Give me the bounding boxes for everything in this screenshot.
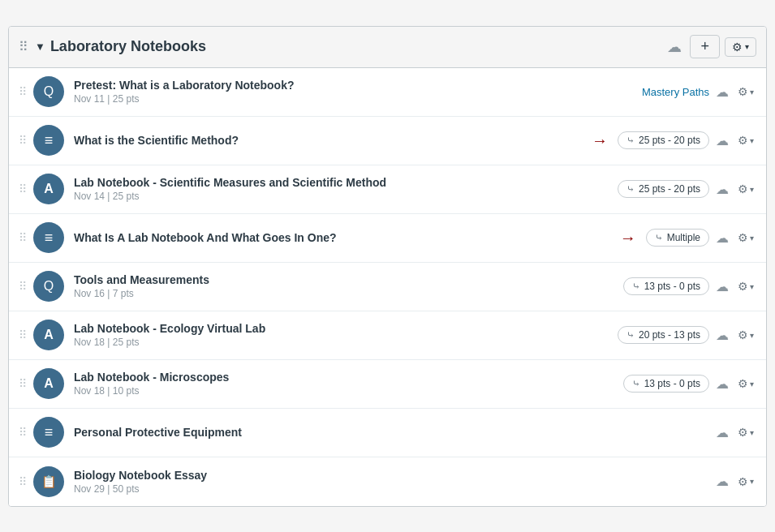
gear-icon: ⚙: [738, 182, 748, 195]
item-info: What is the Scientific Method?: [74, 134, 592, 147]
cloud-icon: ☁: [716, 474, 729, 489]
points-value: 20 pts - 13 pts: [639, 329, 700, 341]
item-info: Biology Notebook Essay Nov 29 | 50 pts: [74, 469, 716, 495]
module-header: ⠿ ▼ Laboratory Notebooks ☁ + ⚙ ▾: [9, 27, 766, 68]
item-info: Pretest: What is a Laboratory Notebook? …: [74, 79, 642, 105]
module-container: ⠿ ▼ Laboratory Notebooks ☁ + ⚙ ▾ ⠿ Q Pre…: [8, 26, 767, 507]
item-drag-handle[interactable]: ⠿: [19, 426, 27, 439]
chevron-icon: ▾: [750, 88, 754, 97]
cloud-icon: ☁: [716, 328, 729, 343]
item-info: Tools and Measurements Nov 16 | 7 pts: [74, 273, 623, 299]
points-badge: ⤷ 25 pts - 20 pts: [618, 180, 709, 198]
item-icon-assignment: ≡: [33, 417, 64, 448]
module-title: Laboratory Notebooks: [50, 38, 665, 55]
item-settings-button[interactable]: ⚙ ▾: [735, 326, 756, 344]
item-info: Lab Notebook - Scientific Measures and S…: [74, 176, 618, 202]
item-drag-handle[interactable]: ⠿: [19, 377, 27, 390]
item-settings-button[interactable]: ⚙ ▾: [735, 180, 756, 198]
add-item-button[interactable]: +: [690, 35, 720, 58]
chevron-down-icon: ▾: [745, 42, 749, 51]
collapse-arrow[interactable]: ▼: [35, 41, 45, 53]
cloud-upload-button[interactable]: ☁: [664, 35, 685, 59]
item-settings-button[interactable]: ⚙ ▾: [735, 423, 756, 441]
assignment-icon-symbol: A: [44, 328, 54, 342]
points-badge: ⤷ 25 pts - 20 pts: [618, 131, 709, 149]
item-drag-handle[interactable]: ⠿: [19, 280, 27, 293]
points-value: 13 pts - 0 pts: [644, 378, 700, 389]
item-meta: Nov 18 | 25 pts: [74, 337, 618, 348]
item-actions: ⤷ 20 pts - 13 pts ☁ ⚙ ▾: [618, 326, 756, 344]
item-title: Lab Notebook - Ecology Virtual Lab: [74, 322, 618, 335]
item-settings-button[interactable]: ⚙ ▾: [735, 473, 756, 491]
list-item: ⠿ ≡ What is the Scientific Method? → ⤷ 2…: [9, 117, 766, 165]
item-drag-handle[interactable]: ⠿: [19, 134, 27, 147]
doc-icon-symbol: ≡: [45, 424, 54, 441]
item-drag-handle[interactable]: ⠿: [19, 475, 27, 488]
points-badge: ⤷ 13 pts - 0 pts: [623, 375, 709, 393]
points-value: 25 pts - 20 pts: [639, 135, 700, 146]
cloud-icon: ☁: [716, 133, 729, 148]
item-meta: Nov 18 | 10 pts: [74, 385, 623, 397]
item-drag-handle[interactable]: ⠿: [19, 85, 27, 98]
item-title: Pretest: What is a Laboratory Notebook?: [74, 79, 642, 92]
gear-icon: ⚙: [738, 475, 748, 488]
item-settings-button[interactable]: ⚙ ▾: [735, 277, 756, 295]
item-drag-handle[interactable]: ⠿: [19, 182, 27, 195]
share-icon: ⤷: [626, 135, 635, 146]
share-icon: ⤷: [626, 329, 635, 341]
chevron-icon: ▾: [750, 282, 754, 291]
cloud-icon: ☁: [716, 376, 729, 392]
chevron-icon: ▾: [750, 185, 754, 194]
points-value: 13 pts - 0 pts: [644, 281, 700, 292]
item-settings-button[interactable]: ⚙ ▾: [735, 131, 756, 149]
chevron-icon: ▾: [750, 331, 754, 340]
gear-icon: ⚙: [738, 134, 748, 147]
module-settings-button[interactable]: ⚙ ▾: [725, 37, 756, 57]
list-item: ⠿ ≡ Personal Protective Equipment ☁ ⚙ ▾: [9, 409, 766, 457]
item-icon-assignment: ≡: [33, 125, 64, 156]
item-drag-handle[interactable]: ⠿: [19, 328, 27, 341]
item-meta: Nov 14 | 25 pts: [74, 191, 618, 202]
file-icon-symbol: 📋: [41, 474, 57, 489]
item-title: Tools and Measurements: [74, 273, 623, 286]
item-actions: ⤷ 13 pts - 0 pts ☁ ⚙ ▾: [623, 277, 756, 295]
doc-icon-symbol: ≡: [45, 230, 54, 247]
chevron-icon: ▾: [750, 136, 754, 145]
item-info: What Is A Lab Notebook And What Goes In …: [74, 231, 620, 244]
points-value: 25 pts - 20 pts: [639, 183, 700, 195]
cloud-icon: ☁: [716, 230, 729, 246]
item-actions: → ⤷ 25 pts - 20 pts ☁ ⚙ ▾: [592, 131, 756, 150]
list-item: ⠿ ≡ What Is A Lab Notebook And What Goes…: [9, 214, 766, 263]
points-badge: ⤷ 20 pts - 13 pts: [618, 326, 709, 344]
gear-icon: ⚙: [738, 231, 748, 244]
item-title: Lab Notebook - Microscopes: [74, 371, 623, 384]
share-icon: ⤷: [632, 378, 640, 389]
item-title: Personal Protective Equipment: [74, 426, 716, 439]
mastery-paths-link[interactable]: Mastery Paths: [642, 86, 709, 98]
cloud-icon: ☁: [716, 182, 729, 197]
item-meta: Nov 16 | 7 pts: [74, 288, 623, 299]
item-actions: → ⤷ Multiple ☁ ⚙ ▾: [620, 229, 756, 247]
assignment-icon-symbol: A: [44, 182, 54, 196]
module-drag-handle[interactable]: ⠿: [19, 39, 28, 54]
item-actions: ⤷ 25 pts - 20 pts ☁ ⚙ ▾: [618, 180, 756, 198]
item-title: Biology Notebook Essay: [74, 469, 716, 482]
item-icon-assignment: ≡: [33, 222, 64, 253]
share-icon: ⤷: [626, 183, 635, 195]
item-settings-button[interactable]: ⚙ ▾: [735, 83, 756, 101]
item-title: What Is A Lab Notebook And What Goes In …: [74, 231, 620, 244]
item-settings-button[interactable]: ⚙ ▾: [735, 375, 756, 393]
item-icon-assignment: A: [33, 368, 64, 399]
doc-icon-symbol: ≡: [45, 132, 54, 149]
item-info: Personal Protective Equipment: [74, 426, 716, 439]
item-settings-button[interactable]: ⚙ ▾: [735, 229, 756, 247]
list-item: ⠿ 📋 Biology Notebook Essay Nov 29 | 50 p…: [9, 457, 766, 506]
gear-icon: ⚙: [738, 85, 748, 98]
multiple-badge: ⤷ Multiple: [646, 229, 709, 247]
share-icon: ⤷: [655, 232, 663, 243]
item-drag-handle[interactable]: ⠿: [19, 231, 27, 244]
item-actions: Mastery Paths ☁ ⚙ ▾: [642, 83, 756, 101]
list-item: ⠿ Q Tools and Measurements Nov 16 | 7 pt…: [9, 263, 766, 311]
share-icon: ⤷: [632, 281, 640, 292]
red-arrow-icon: →: [620, 229, 636, 247]
